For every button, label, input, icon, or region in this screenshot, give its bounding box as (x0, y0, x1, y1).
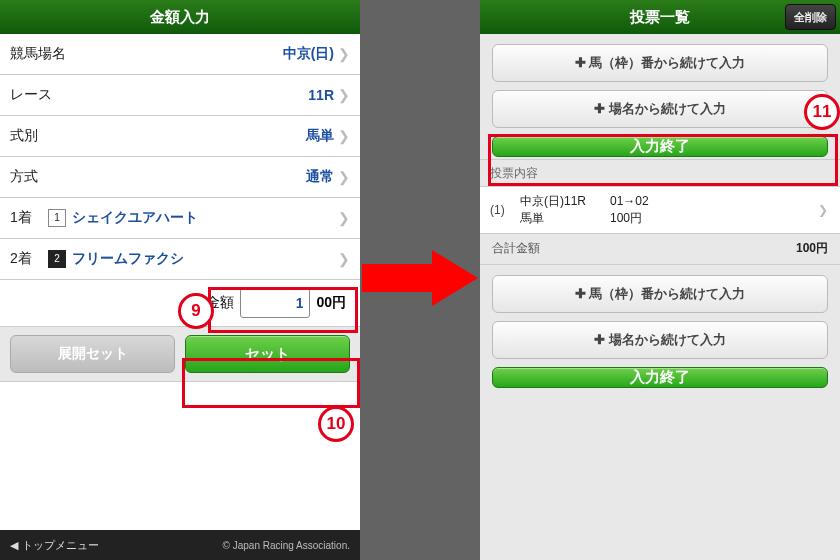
p2-number: 2 (48, 250, 66, 268)
form-list: 競馬場名 中京(日) ❯ レース 11R ❯ 式別 馬単 ❯ 方式 通常 ❯ 1… (0, 34, 360, 280)
svg-marker-0 (362, 250, 478, 306)
race-label: レース (10, 86, 52, 104)
method-label: 方式 (10, 168, 38, 186)
place-value: 中京(日) (66, 45, 338, 63)
callout-9: 9 (178, 293, 214, 329)
back-to-top-button[interactable]: ◀トップメニュー (0, 538, 109, 553)
title: 金額入力 (150, 8, 210, 27)
amount-entry-screen: 金額入力 競馬場名 中京(日) ❯ レース 11R ❯ 式別 馬単 ❯ 方式 通… (0, 0, 360, 560)
method-value: 通常 (38, 168, 338, 186)
total-label: 合計金額 (492, 240, 540, 257)
chevron-right-icon: ❯ (338, 46, 352, 62)
finish-input-button-top[interactable]: 入力終了 (492, 136, 828, 157)
row-2nd[interactable]: 2着 2 フリームファクシ ❯ (0, 239, 360, 280)
chevron-right-icon: ❯ (818, 203, 832, 217)
chevron-right-icon: ❯ (338, 87, 352, 103)
chevron-right-icon: ❯ (338, 169, 352, 185)
continue-from-place-button-2[interactable]: ✚ 場名から続けて入力 (492, 321, 828, 359)
arrow-icon (362, 250, 478, 306)
continue-from-horse-button-2[interactable]: ✚ 馬（枠）番から続けて入力 (492, 275, 828, 313)
continue-from-horse-button[interactable]: ✚ 馬（枠）番から続けて入力 (492, 44, 828, 82)
titlebar: 投票一覧 全削除 (480, 0, 840, 34)
row-1st[interactable]: 1着 1 シェイクユアハート ❯ (0, 198, 360, 239)
callout-10: 10 (318, 406, 354, 442)
place-label: 競馬場名 (10, 45, 66, 63)
chevron-right-icon: ❯ (338, 128, 352, 144)
race-value: 11R (52, 87, 338, 103)
bet-detail: 01→02 100円 (610, 193, 818, 227)
bet-race: 中京(日)11R 馬単 (520, 193, 610, 227)
finish-input-button-bottom[interactable]: 入力終了 (492, 367, 828, 388)
bettype-label: 式別 (10, 127, 38, 145)
vote-list-screen: 投票一覧 全削除 ✚ 馬（枠）番から続けて入力 ✚ 場名から続けて入力 入力終了… (480, 0, 840, 560)
row-bettype[interactable]: 式別 馬単 ❯ (0, 116, 360, 157)
total-value: 100円 (540, 240, 828, 257)
p1-horse: シェイクユアハート (72, 209, 198, 227)
spacer (480, 398, 840, 560)
row-method[interactable]: 方式 通常 ❯ (0, 157, 360, 198)
button-row: 展開セット セット (0, 327, 360, 382)
p1-number: 1 (48, 209, 66, 227)
titlebar: 金額入力 (0, 0, 360, 34)
section-header: 投票内容 (480, 159, 840, 187)
amount-suffix: 00円 (316, 294, 346, 312)
title: 投票一覧 (630, 8, 690, 27)
copyright: © Japan Racing Association. (109, 540, 360, 551)
set-button[interactable]: セット (185, 335, 350, 373)
spacer (0, 382, 360, 530)
continue-from-place-button[interactable]: ✚ 場名から続けて入力 (492, 90, 828, 128)
chevron-right-icon: ❯ (338, 251, 352, 267)
chevron-right-icon: ❯ (338, 210, 352, 226)
bet-index: (1) (490, 203, 520, 217)
p1-label: 1着 (10, 209, 48, 227)
row-place[interactable]: 競馬場名 中京(日) ❯ (0, 34, 360, 75)
expand-set-button[interactable]: 展開セット (10, 335, 175, 373)
total-row: 合計金額 100円 (480, 234, 840, 265)
row-race[interactable]: レース 11R ❯ (0, 75, 360, 116)
p2-horse: フリームファクシ (72, 250, 184, 268)
callout-11: 11 (804, 94, 840, 130)
bet-row[interactable]: (1) 中京(日)11R 馬単 01→02 100円 ❯ (480, 187, 840, 234)
chevron-left-icon: ◀ (10, 539, 18, 552)
top-buttons: ✚ 馬（枠）番から続けて入力 ✚ 場名から続けて入力 入力終了 (480, 34, 840, 159)
footer: ◀トップメニュー © Japan Racing Association. (0, 530, 360, 560)
amount-input[interactable] (240, 288, 310, 318)
bottom-buttons: ✚ 馬（枠）番から続けて入力 ✚ 場名から続けて入力 入力終了 (480, 265, 840, 398)
delete-all-button[interactable]: 全削除 (785, 4, 836, 30)
p2-label: 2着 (10, 250, 48, 268)
bettype-value: 馬単 (38, 127, 338, 145)
